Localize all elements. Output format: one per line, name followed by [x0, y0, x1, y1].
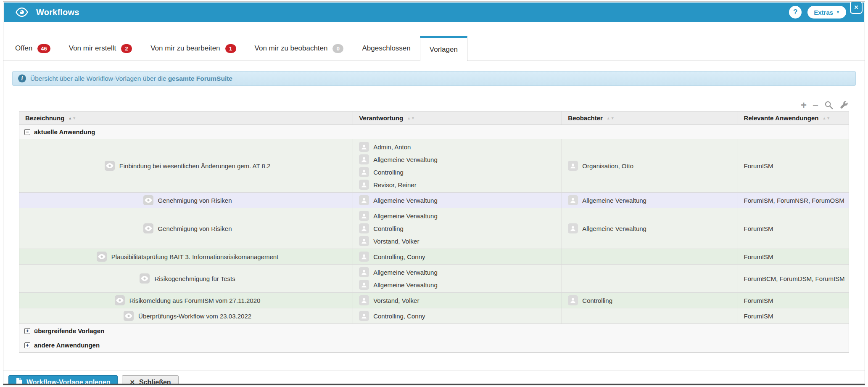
tab-label: Vorlagen [430, 45, 458, 54]
tab-von-mir-zu-bearbeiten[interactable]: Von mir zu bearbeiten 1 [141, 36, 245, 61]
group-label: andere Anwendungen [34, 342, 100, 349]
column-header-bezeichnung[interactable]: Bezeichnung ▲▼ [19, 111, 353, 125]
table-row[interactable]: Genehmigung von Risiken Allgemeine Verwa… [19, 193, 849, 208]
person-entry: Allgemeine Verwaltung [359, 194, 559, 207]
chevron-down-icon: ▼ [836, 10, 840, 14]
workflow-eye-icon [105, 161, 115, 171]
cell-verantwortung: Allgemeine Verwaltung Allgemeine Verwalt… [353, 265, 562, 292]
person-entry: Organisation, Otto [568, 159, 735, 172]
tab-offen[interactable]: Offen 46 [6, 36, 60, 61]
table-toolbar: + − [12, 100, 856, 110]
person-name: Controlling [373, 225, 404, 232]
cell-bezeichnung: Risikogenehmigung für Tests [19, 265, 353, 292]
person-entry: Allgemeine Verwaltung [359, 266, 559, 278]
tab-label: Von mir erstellt [69, 44, 116, 53]
workflow-name: Überprüfungs-Workflow vom 23.03.2022 [138, 313, 251, 320]
tab-abgeschlossen[interactable]: Abgeschlossen [353, 36, 419, 61]
table-body: − aktuelle Anwendung Einbindung bei wese… [19, 125, 849, 353]
cell-relevante-anwendungen: ForumISM [738, 308, 849, 323]
person-icon [568, 161, 578, 171]
cell-verantwortung: Controlling, Conny [353, 249, 562, 264]
person-name: Controlling, Conny [373, 253, 425, 260]
cell-relevante-anwendungen: ForumISM, ForumNSR, ForumOSM [738, 193, 849, 208]
group-label: aktuelle Anwendung [34, 128, 95, 135]
person-name: Allgemeine Verwaltung [373, 281, 438, 289]
person-icon [359, 223, 369, 233]
tab-von-mir-erstellt[interactable]: Von mir erstellt 2 [60, 36, 141, 61]
cell-bezeichnung: Genehmigung von Risiken [19, 193, 353, 208]
collapse-icon[interactable]: − [24, 129, 30, 135]
cell-verantwortung: Allgemeine Verwaltung Controlling Vorsta… [353, 208, 562, 249]
cell-verantwortung: Allgemeine Verwaltung [353, 193, 562, 208]
person-icon [359, 180, 369, 190]
cell-relevante-anwendungen: ForumISM [738, 208, 849, 249]
person-icon [359, 267, 369, 277]
table-row[interactable]: Plausibilitätsprüfung BAIT 3. Informatio… [19, 249, 849, 265]
help-button[interactable]: ? [789, 6, 802, 19]
workflow-eye-icon [140, 273, 150, 284]
person-entry: Controlling, Conny [359, 310, 559, 322]
person-entry: Revisor, Reiner [359, 178, 559, 191]
tab-label: Offen [15, 44, 32, 53]
table-group-row[interactable]: + übergreifende Vorlagen [19, 324, 849, 338]
table-row[interactable]: Risikogenehmigung für Tests Allgemeine V… [19, 265, 849, 293]
extras-button[interactable]: Extras ▼ [807, 6, 846, 19]
info-icon: i [18, 74, 26, 82]
sort-icons: ▲▼ [607, 116, 615, 120]
search-icon[interactable] [824, 101, 834, 110]
person-name: Allgemeine Verwaltung [373, 156, 438, 163]
person-icon [568, 223, 578, 233]
table-group-row[interactable]: − aktuelle Anwendung [19, 125, 849, 139]
workflow-eye-icon [143, 195, 153, 205]
person-name: Admin, Anton [373, 143, 411, 151]
cell-bezeichnung: Überprüfungs-Workflow vom 23.03.2022 [19, 308, 353, 323]
column-header-beobachter[interactable]: Beobachter ▲▼ [562, 111, 737, 125]
person-name: Allgemeine Verwaltung [373, 212, 438, 220]
cell-verantwortung: Admin, Anton Allgemeine Verwaltung Contr… [353, 139, 562, 192]
person-icon [359, 195, 369, 205]
sort-icons: ▲▼ [68, 116, 76, 120]
app-logo-eye-icon [15, 7, 29, 18]
plus-icon[interactable]: + [801, 101, 807, 109]
relevant-applications: ForumBCM, ForumDSM, ForumISM [744, 275, 846, 282]
table-header-row: Bezeichnung ▲▼ Verantwortung ▲▼ Beobacht… [19, 111, 849, 125]
wrench-icon[interactable] [839, 101, 848, 110]
person-entry: Allgemeine Verwaltung [359, 209, 559, 222]
cell-beobachter [562, 265, 737, 292]
table-row[interactable]: Risikomeldung aus ForumISM vom 27.11.202… [19, 293, 849, 308]
workflow-templates-table: Bezeichnung ▲▼ Verantwortung ▲▼ Beobacht… [19, 111, 849, 353]
table-row[interactable]: Überprüfungs-Workflow vom 23.03.2022 Con… [19, 308, 849, 324]
person-icon [568, 295, 578, 305]
workflow-eye-icon [143, 223, 153, 233]
info-banner-text: Übersicht über alle Workflow-Vorlagen üb… [30, 75, 232, 82]
person-name: Controlling [582, 297, 612, 304]
tab-count-badge: 46 [37, 44, 50, 53]
create-workflow-template-button[interactable]: Workflow-Vorlage anlegen [8, 375, 118, 385]
minus-icon[interactable]: − [813, 101, 818, 109]
workflow-eye-icon [124, 311, 134, 321]
tab-vorlagen[interactable]: Vorlagen [420, 36, 467, 61]
cell-relevante-anwendungen: ForumISM [738, 139, 849, 192]
table-row[interactable]: Einbindung bei wesentlichen Änderungen g… [19, 139, 849, 193]
window-close-button[interactable]: ✕ [850, 1, 863, 14]
person-name: Allgemeine Verwaltung [373, 197, 438, 204]
expand-icon[interactable]: + [24, 328, 30, 334]
cell-beobachter: Allgemeine Verwaltung [562, 193, 737, 208]
expand-icon[interactable]: + [24, 342, 30, 348]
person-name: Allgemeine Verwaltung [373, 269, 438, 276]
person-name: Controlling [373, 169, 404, 176]
tab-label: Von mir zu beobachten [255, 44, 328, 53]
person-name: Allgemeine Verwaltung [582, 197, 646, 204]
cell-beobachter: Allgemeine Verwaltung [562, 208, 737, 249]
cell-verantwortung: Vorstand, Volker [353, 293, 562, 308]
table-row[interactable]: Genehmigung von Risiken Allgemeine Verwa… [19, 208, 849, 249]
tab-count-badge: 1 [225, 44, 236, 53]
column-header-verantwortung[interactable]: Verantwortung ▲▼ [353, 111, 562, 125]
close-button[interactable]: ✕ Schließen [122, 375, 178, 385]
person-name: Allgemeine Verwaltung [582, 225, 646, 232]
column-header-relevante-anwendungen[interactable]: Relevante Anwendungen ▲▼ [738, 111, 849, 125]
tab-von-mir-zu-beobachten[interactable]: Von mir zu beobachten 0 [245, 36, 353, 61]
table-group-row[interactable]: + andere Anwendungen [19, 338, 849, 353]
workflow-eye-icon [97, 252, 107, 262]
tab-count-badge: 0 [332, 44, 343, 53]
